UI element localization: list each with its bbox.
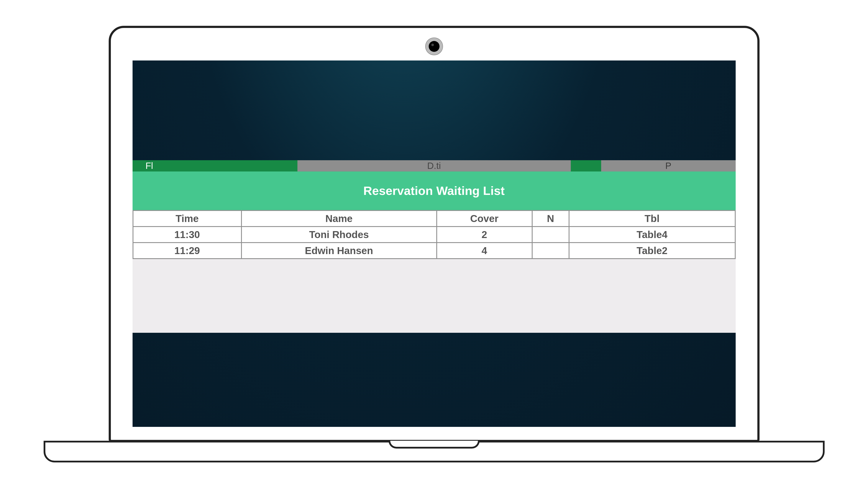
cell-name: Edwin Hansen xyxy=(242,242,437,259)
laptop-frame: Fl D.ti P Reservation Waiting List Time … xyxy=(109,26,760,462)
tab-divider xyxy=(571,160,601,171)
cell-n xyxy=(532,227,569,242)
screen: Fl D.ti P Reservation Waiting List Time … xyxy=(132,61,736,427)
reservation-table: Time Name Cover N Tbl 11:30 Toni Rhodes … xyxy=(132,210,736,259)
cell-n xyxy=(532,242,569,259)
col-header-time[interactable]: Time xyxy=(133,210,242,227)
table-row[interactable]: 11:29 Edwin Hansen 4 Table2 xyxy=(133,242,735,259)
cell-tbl: Table4 xyxy=(569,227,735,242)
laptop-base xyxy=(43,441,825,462)
laptop-lid: Fl D.ti P Reservation Waiting List Time … xyxy=(109,26,760,442)
col-header-tbl[interactable]: Tbl xyxy=(569,210,735,227)
panel-title: Reservation Waiting List xyxy=(132,171,736,210)
cell-tbl: Table2 xyxy=(569,242,735,259)
tab-floor[interactable]: Fl xyxy=(132,160,298,171)
col-header-cover[interactable]: Cover xyxy=(437,210,532,227)
panel-empty-area xyxy=(132,259,736,333)
col-header-n[interactable]: N xyxy=(532,210,569,227)
laptop-notch xyxy=(389,441,480,449)
table-body: 11:30 Toni Rhodes 2 Table4 11:29 Edwin H… xyxy=(133,227,735,259)
cell-cover: 2 xyxy=(437,227,532,242)
cell-time: 11:30 xyxy=(133,227,242,242)
table-header-row: Time Name Cover N Tbl xyxy=(133,210,735,227)
tab-right[interactable]: P xyxy=(601,160,736,171)
col-header-name[interactable]: Name xyxy=(242,210,437,227)
tab-bar: Fl D.ti P xyxy=(132,160,736,171)
cell-cover: 4 xyxy=(437,242,532,259)
cell-name: Toni Rhodes xyxy=(242,227,437,242)
tab-middle[interactable]: D.ti xyxy=(298,161,571,171)
table-row[interactable]: 11:30 Toni Rhodes 2 Table4 xyxy=(133,227,735,242)
camera-icon xyxy=(429,41,439,52)
cell-time: 11:29 xyxy=(133,242,242,259)
app-panel: Fl D.ti P Reservation Waiting List Time … xyxy=(132,160,736,333)
